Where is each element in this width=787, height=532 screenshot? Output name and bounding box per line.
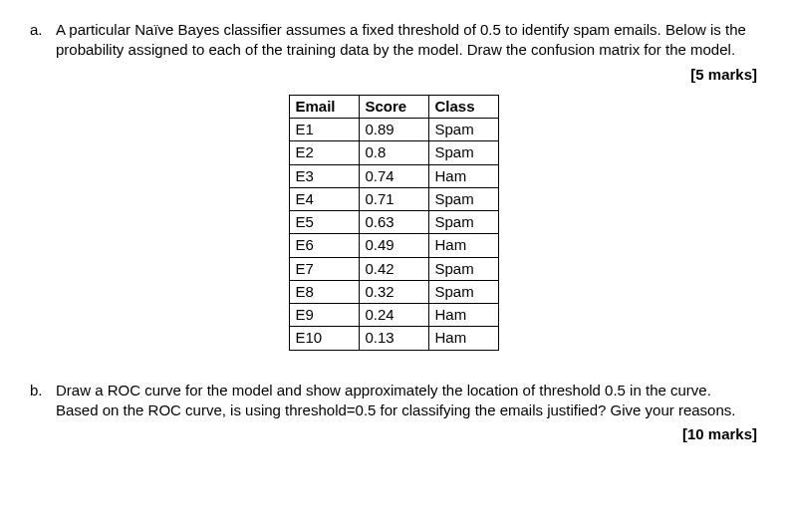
cell-class: Ham: [428, 234, 498, 257]
cell-score: 0.32: [359, 280, 428, 303]
cell-email: E8: [289, 280, 359, 303]
table-header-row: Email Score Class: [289, 95, 498, 118]
cell-score: 0.89: [359, 119, 428, 141]
cell-class: Spam: [428, 280, 498, 303]
cell-class: Spam: [428, 211, 498, 234]
cell-class: Spam: [428, 187, 498, 210]
cell-score: 0.42: [359, 257, 428, 280]
question-b-marks: [10 marks]: [56, 424, 757, 444]
table-row: E2 0.8 Spam: [289, 141, 498, 164]
table-row: E4 0.71 Spam: [289, 187, 498, 210]
cell-class: Ham: [428, 164, 498, 187]
question-b: b. Draw a ROC curve for the model and sh…: [30, 381, 757, 445]
cell-score: 0.13: [359, 327, 428, 350]
cell-score: 0.8: [359, 141, 428, 164]
cell-email: E10: [289, 327, 359, 350]
table-row: E10 0.13 Ham: [289, 327, 498, 350]
cell-email: E6: [289, 234, 359, 257]
cell-score: 0.24: [359, 304, 428, 327]
table-row: E5 0.63 Spam: [289, 211, 498, 234]
question-a-body: A particular Naïve Bayes classifier assu…: [56, 20, 757, 85]
cell-email: E1: [289, 119, 359, 141]
question-b-text: Draw a ROC curve for the model and show …: [56, 382, 735, 418]
cell-class: Ham: [428, 327, 498, 350]
cell-score: 0.74: [359, 164, 428, 187]
question-b-label: b.: [30, 381, 56, 445]
cell-score: 0.63: [359, 211, 428, 234]
cell-email: E4: [289, 187, 359, 210]
cell-email: E3: [289, 164, 359, 187]
table-row: E8 0.32 Spam: [289, 280, 498, 303]
cell-class: Spam: [428, 257, 498, 280]
cell-email: E9: [289, 304, 359, 327]
question-a-label: a.: [30, 20, 56, 85]
cell-score: 0.71: [359, 187, 428, 210]
cell-score: 0.49: [359, 234, 428, 257]
cell-email: E2: [289, 141, 359, 164]
question-a-marks: [5 marks]: [56, 65, 757, 85]
cell-email: E5: [289, 211, 359, 234]
table-row: E7 0.42 Spam: [289, 257, 498, 280]
cell-class: Ham: [428, 304, 498, 327]
table-row: E9 0.24 Ham: [289, 304, 498, 327]
cell-class: Spam: [428, 119, 498, 141]
header-score: Score: [359, 95, 428, 118]
question-a: a. A particular Naïve Bayes classifier a…: [30, 20, 757, 85]
header-email: Email: [289, 95, 359, 118]
question-a-text: A particular Naïve Bayes classifier assu…: [56, 21, 746, 58]
table-row: E1 0.89 Spam: [289, 119, 498, 141]
table-row: E6 0.49 Ham: [289, 234, 498, 257]
table-row: E3 0.74 Ham: [289, 164, 498, 187]
header-class: Class: [428, 95, 498, 118]
data-table: Email Score Class E1 0.89 Spam E2 0.8 Sp…: [289, 95, 499, 351]
cell-class: Spam: [428, 141, 498, 164]
cell-email: E7: [289, 257, 359, 280]
question-b-body: Draw a ROC curve for the model and show …: [56, 381, 757, 445]
